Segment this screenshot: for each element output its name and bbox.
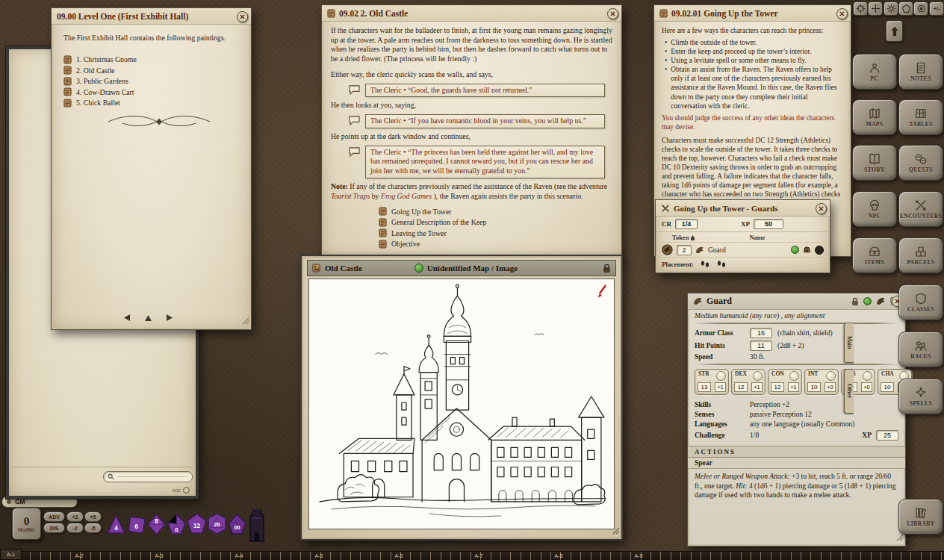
die-d8[interactable]: 8 <box>146 514 167 538</box>
story1-link-painting[interactable]: 4. Cow-Drawn Cart <box>63 87 239 96</box>
mod-plus2-button[interactable]: +2 <box>66 511 84 522</box>
sidebar-item-classes[interactable]: Classes <box>898 284 943 320</box>
encounter-count[interactable]: 2 <box>677 245 692 255</box>
lighting-tool-button[interactable] <box>884 1 898 16</box>
encounter-npc-name[interactable]: Guard <box>708 246 726 254</box>
sidebar-item-spells[interactable]: Spells <box>898 379 943 414</box>
lock-icon[interactable] <box>851 297 859 306</box>
sidebar-item-npc[interactable]: NPC <box>852 191 897 227</box>
mod-minus2-button[interactable]: -2 <box>66 523 84 533</box>
footprints-icon[interactable] <box>716 260 727 268</box>
story1-link-painting[interactable]: 3. Public Gardens <box>63 77 239 86</box>
die-d100[interactable]: 00 <box>227 514 247 538</box>
roll-die-icon[interactable] <box>789 371 799 381</box>
image-titlebar[interactable]: Old Castle Unidentified Map / Image <box>307 260 616 276</box>
story2-sublink[interactable]: Leaving the Tower <box>379 228 612 237</box>
sidebar-item-notes[interactable]: Notes <box>898 54 943 90</box>
sidebar-item-tables[interactable]: Tables <box>898 99 943 135</box>
ooc-toggle[interactable]: ooc <box>173 487 190 494</box>
story1-titlebar[interactable]: 09.00 Level One (First Exhibit Hall) <box>52 8 251 25</box>
story1-link-painting[interactable]: 5. Chick Ballet <box>63 99 239 108</box>
footprints-icon[interactable] <box>700 260 710 268</box>
mod-plus5-button[interactable]: +5 <box>84 511 102 522</box>
lock-icon[interactable] <box>603 264 611 273</box>
helmet-icon[interactable] <box>803 246 811 254</box>
dice-tool-button[interactable] <box>898 1 913 16</box>
target-tool-button[interactable] <box>913 1 928 16</box>
sidebar-item-quests[interactable]: Quests <box>898 145 943 181</box>
npc-xp-value[interactable]: 25 <box>876 430 898 441</box>
sidebar-group-tab-main[interactable]: Main <box>844 323 854 363</box>
link-tourist-traps[interactable]: Tourist Traps <box>331 192 370 200</box>
story1-link-painting[interactable]: 2. Old Castle <box>63 66 239 75</box>
armor-class-value[interactable]: 16 <box>750 328 772 338</box>
id-badge-icon[interactable] <box>863 297 872 305</box>
cr-value[interactable]: 1/4 <box>675 219 698 229</box>
action-name[interactable]: Spear <box>688 458 905 469</box>
roll-die-icon[interactable] <box>716 371 726 381</box>
map-canvas[interactable] <box>308 279 615 529</box>
crosshair-tool-button[interactable] <box>853 1 868 16</box>
resize-grip-icon[interactable] <box>240 314 249 328</box>
hit-points-value[interactable]: 11 <box>750 340 772 351</box>
roll-die-icon[interactable] <box>863 371 872 381</box>
pan-tool-button[interactable] <box>868 1 883 16</box>
modifier-box[interactable]: 0 Modifier <box>12 508 41 540</box>
ability-con: CON12+1 <box>768 369 802 395</box>
dragon-link-icon[interactable] <box>876 296 886 306</box>
id-badge-icon[interactable] <box>791 246 799 254</box>
close-icon[interactable] <box>237 11 248 22</box>
xp-value[interactable]: 50 <box>754 219 783 229</box>
die-d12[interactable]: 12 <box>187 513 207 538</box>
story3-para2: Characters must make successful DC 12 St… <box>662 136 843 208</box>
draw-pointer-icon[interactable] <box>596 284 608 302</box>
resize-grip-icon[interactable] <box>611 524 620 538</box>
story2-sublink[interactable]: General Description of the Keep <box>379 218 612 227</box>
roll-die-icon[interactable] <box>753 371 763 381</box>
ooc-dot-icon <box>183 487 190 494</box>
sidebar-group-tab-other[interactable]: Other <box>844 369 854 414</box>
disadvantage-button[interactable]: DIS <box>43 523 65 533</box>
advantage-button[interactable]: ADV <box>43 511 65 522</box>
sidebar-item-encounters[interactable]: Encounters <box>898 191 943 227</box>
story3-para1: You should judge the success of any othe… <box>662 113 843 131</box>
story2-para2: Either way, the cleric quickly scans the… <box>331 70 612 80</box>
die-d4[interactable]: 4 <box>106 514 126 538</box>
die-d6[interactable]: 6 <box>126 514 146 539</box>
sidebar-item-items[interactable]: Items <box>852 237 897 273</box>
nav-prev-icon[interactable] <box>123 311 131 325</box>
die-d20[interactable]: 20 <box>207 513 227 538</box>
chat-search-box[interactable] <box>103 471 193 482</box>
collapse-up-button[interactable] <box>886 20 903 42</box>
sidebar-item-maps[interactable]: Maps <box>852 99 897 135</box>
modifier-tool-button[interactable]: +/- <box>929 1 944 16</box>
close-icon[interactable] <box>836 8 848 19</box>
story2-sublink[interactable]: Objective <box>379 240 612 249</box>
story2-titlebar[interactable]: 09.02 2. Old Castle <box>322 5 621 22</box>
nav-next-icon[interactable] <box>166 311 173 325</box>
encounter-titlebar[interactable]: Going Up the Tower - Guards <box>656 200 830 217</box>
document-icon <box>379 228 387 237</box>
link-frog-god-games[interactable]: Frog God Games <box>381 192 432 200</box>
roll-die-icon[interactable] <box>826 371 836 381</box>
story2-sublink[interactable]: Going Up the Tower <box>379 207 612 216</box>
sidebar-item-story[interactable]: Story <box>852 145 897 181</box>
token-slot-icon[interactable] <box>815 246 824 255</box>
sidebar-item-parcels[interactable]: Parcels <box>898 237 943 273</box>
sidebar-item-races[interactable]: Races <box>898 332 943 367</box>
story2-title: 09.02 2. Old Castle <box>339 9 408 18</box>
sidebar-item-pc[interactable]: PC <box>852 54 897 90</box>
dice-tower[interactable] <box>246 508 267 545</box>
close-icon[interactable] <box>816 203 827 214</box>
npc-token-icon[interactable] <box>662 244 673 255</box>
sidebar-item-library[interactable]: Library <box>898 499 943 535</box>
speaker-dot-icon <box>7 500 11 504</box>
name-column-header: Name <box>749 234 765 241</box>
story1-link-painting[interactable]: 1. Christmas Gnome <box>63 55 239 64</box>
npc-titlebar[interactable]: Guard <box>688 293 905 310</box>
close-icon[interactable] <box>607 8 618 19</box>
mod-minus5-button[interactable]: -5 <box>84 523 102 533</box>
nav-up-icon[interactable] <box>144 311 152 325</box>
die-d10[interactable]: 0 <box>167 514 187 538</box>
story3-titlebar[interactable]: 09.02.01 Going Up the Tower <box>654 5 851 22</box>
